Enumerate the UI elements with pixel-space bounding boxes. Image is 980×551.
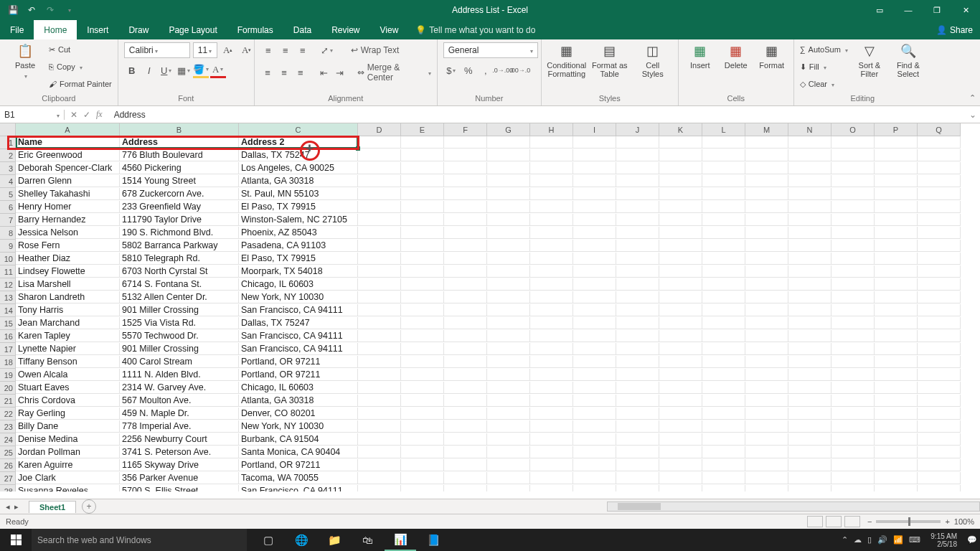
cell[interactable]: Henry Homer: [16, 201, 120, 213]
cell[interactable]: Santa Monica, CA 90404: [239, 446, 358, 458]
cell[interactable]: [702, 304, 745, 316]
cell[interactable]: [918, 162, 961, 174]
cell[interactable]: [788, 356, 831, 368]
cell[interactable]: [573, 265, 616, 278]
cell[interactable]: [444, 330, 487, 342]
column-header[interactable]: E: [401, 123, 444, 136]
cell[interactable]: [401, 278, 444, 291]
cell[interactable]: [358, 291, 401, 303]
cell[interactable]: [788, 136, 831, 149]
cell[interactable]: [530, 175, 573, 187]
cell[interactable]: [358, 136, 401, 149]
cell[interactable]: [659, 201, 702, 213]
cell[interactable]: [530, 278, 573, 291]
cell[interactable]: Pasadena, CA 91103: [239, 240, 358, 252]
cell[interactable]: [401, 330, 444, 342]
cell[interactable]: [875, 175, 918, 187]
cell[interactable]: [487, 472, 530, 484]
cell[interactable]: San Francisco, CA 94111: [239, 343, 358, 355]
cell[interactable]: [702, 149, 745, 161]
cell[interactable]: [831, 420, 875, 433]
cell[interactable]: [401, 291, 444, 303]
cell[interactable]: [831, 291, 875, 303]
column-header[interactable]: J: [616, 123, 659, 136]
cell[interactable]: New York, NY 10030: [239, 420, 358, 433]
cell[interactable]: [401, 317, 444, 329]
row-header[interactable]: 19: [0, 369, 16, 382]
cell[interactable]: [788, 408, 831, 420]
cell[interactable]: [875, 240, 918, 252]
undo-icon[interactable]: ↶: [24, 3, 39, 17]
cell[interactable]: [401, 459, 444, 471]
cell[interactable]: [875, 369, 918, 381]
cell[interactable]: [745, 188, 788, 200]
cell[interactable]: [788, 433, 831, 446]
cell[interactable]: [745, 356, 788, 368]
cell[interactable]: [702, 278, 745, 291]
cell[interactable]: [530, 201, 573, 213]
cell[interactable]: [616, 472, 659, 484]
cell[interactable]: Jean Marchand: [16, 317, 120, 329]
sheet-nav-prev-icon[interactable]: ◂: [6, 502, 10, 512]
align-left-button[interactable]: ≡: [260, 65, 275, 80]
cell[interactable]: [702, 343, 745, 355]
cell[interactable]: [401, 240, 444, 252]
cell[interactable]: [702, 369, 745, 381]
cell[interactable]: [659, 253, 702, 265]
cell[interactable]: [702, 330, 745, 342]
cell[interactable]: [745, 472, 788, 484]
cell[interactable]: [487, 188, 530, 200]
cell[interactable]: [659, 240, 702, 252]
cell[interactable]: [918, 420, 961, 433]
cell[interactable]: [918, 485, 961, 491]
cell[interactable]: [358, 408, 401, 420]
cell[interactable]: [573, 472, 616, 484]
percent-format-button[interactable]: %: [461, 62, 476, 78]
cell[interactable]: [918, 382, 961, 394]
cut-button[interactable]: ✂Cut: [49, 42, 112, 57]
cell[interactable]: [659, 214, 702, 226]
tab-draw[interactable]: Draw: [118, 20, 159, 39]
autosum-button[interactable]: ∑AutoSum: [800, 42, 848, 57]
cell[interactable]: [530, 382, 573, 394]
cell[interactable]: Chicago, IL 60603: [239, 278, 358, 291]
row-header[interactable]: 10: [0, 253, 16, 265]
cell[interactable]: [616, 136, 659, 149]
cell[interactable]: [487, 356, 530, 368]
battery-icon[interactable]: ▯: [867, 535, 872, 545]
cell[interactable]: [616, 446, 659, 458]
redo-icon[interactable]: ↷: [43, 3, 57, 17]
cell[interactable]: [918, 265, 961, 278]
font-color-button[interactable]: A: [210, 62, 226, 78]
cell[interactable]: [875, 459, 918, 471]
cell[interactable]: [530, 356, 573, 368]
cell[interactable]: [745, 459, 788, 471]
cell[interactable]: [788, 304, 831, 316]
cell[interactable]: St. Paul, MN 55103: [239, 188, 358, 200]
cell[interactable]: [831, 369, 875, 381]
cell[interactable]: [444, 369, 487, 381]
cell[interactable]: [702, 446, 745, 458]
cell[interactable]: [616, 291, 659, 303]
cell[interactable]: [487, 369, 530, 381]
fill-color-button[interactable]: 🪣: [193, 62, 209, 78]
cell[interactable]: [659, 317, 702, 329]
cell[interactable]: [702, 485, 745, 491]
cell[interactable]: [616, 420, 659, 433]
cell[interactable]: [444, 304, 487, 316]
cell[interactable]: [788, 446, 831, 458]
cell[interactable]: [487, 201, 530, 213]
cell[interactable]: [745, 330, 788, 342]
tab-review[interactable]: Review: [321, 20, 369, 39]
cell[interactable]: [831, 485, 875, 491]
cell[interactable]: 6703 North Cyrstal St: [120, 265, 239, 278]
row-header[interactable]: 5: [0, 188, 16, 201]
cell[interactable]: [875, 317, 918, 329]
cell[interactable]: 1525 Via Vista Rd.: [120, 317, 239, 329]
cell[interactable]: Portland, OR 97211: [239, 356, 358, 368]
cell[interactable]: [616, 227, 659, 239]
cell[interactable]: [831, 395, 875, 407]
cell[interactable]: Atlanta, GA 30318: [239, 395, 358, 407]
cell[interactable]: Jessica Nelson: [16, 227, 120, 239]
cell[interactable]: [875, 382, 918, 394]
